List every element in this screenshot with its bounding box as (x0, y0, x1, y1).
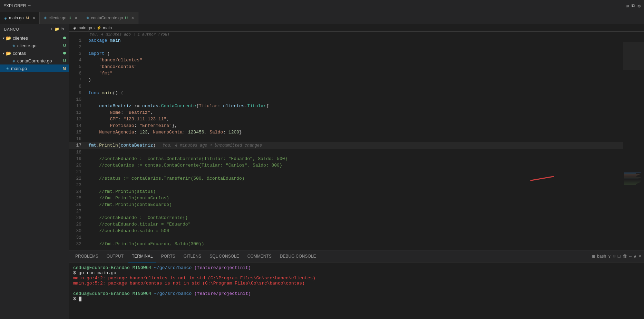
tab-close-contacorrente-go[interactable]: × (131, 15, 134, 21)
tab-label-main-go: main.go (9, 16, 24, 20)
minimap-viewport[interactable] (623, 42, 644, 70)
minimap (623, 32, 644, 250)
breadcrumb-file: ◈ main.go (73, 26, 92, 30)
main-area: BANCO + 📁 ↻ ▾ 📂 clientes ◈ cliente.go U … (0, 24, 644, 319)
code-line-32: 32 //fmt.Println(contaEduardo, Saldo(300… (69, 241, 623, 247)
sidebar-title: BANCO (4, 27, 19, 31)
panel-tab-output[interactable]: OUTPUT (103, 250, 127, 262)
terminal-collapse-icon[interactable]: ∧ (634, 253, 636, 259)
status-dot-contas (63, 52, 66, 54)
panel-tab-label-terminal: TERMINAL (132, 254, 153, 259)
panel-tab-sql-console[interactable]: SQL CONSOLE (206, 250, 243, 262)
terminal-content[interactable]: cedua@Eduardo-Brandao MINGW64 ~/go/src/b… (69, 262, 644, 319)
panel-tab-problems[interactable]: PROBLEMS (72, 250, 102, 262)
code-line-5: 5 "banco/contas" (69, 63, 623, 70)
tab-close-main-go[interactable]: × (32, 15, 35, 21)
sidebar-icons: + 📁 ↻ (51, 27, 65, 31)
terminal-user-2: cedua@Eduardo-Brandao (73, 291, 130, 296)
code-line-18: 18 (69, 149, 623, 156)
terminal-shell-label: bash (597, 254, 606, 259)
code-line-9: 9 func main() { (69, 90, 623, 96)
terminal-err-1: main.go:4:2: package banco/clientes is n… (73, 276, 640, 281)
code-line-7: 7 ) (69, 77, 623, 83)
code-line-16: 16 (69, 136, 623, 142)
settings-icon[interactable]: ⚙ (638, 3, 641, 9)
panel-tab-ports[interactable]: PORTS (158, 250, 179, 262)
terminal-close-icon[interactable]: × (638, 254, 641, 259)
sidebar-item-contas[interactable]: ▾ 📂 contas (0, 49, 69, 57)
panel-tab-label-comments: COMMENTS (247, 254, 272, 259)
code-editor[interactable]: You, 4 minutes ago | 1 author (You) 1 pa… (69, 32, 623, 250)
terminal-trash-icon[interactable]: 🗑 (623, 254, 627, 259)
split-icon[interactable]: ⧉ (632, 3, 635, 9)
terminal-panel: PROBLEMS OUTPUT TERMINAL PORTS GITLENS S… (69, 250, 644, 319)
terminal-path-1: ~/go/src/banco (154, 265, 192, 270)
editor-area: ◈ main.go › ⚡ main You, 4 minutes ago | … (69, 24, 644, 319)
code-line-29: 29 //contaEduardo.titular = "Eduardo" (69, 221, 623, 228)
terminal-chevron-icon[interactable]: ∨ (608, 253, 611, 259)
tab-badge-main-go: M (26, 16, 29, 20)
code-line-11: 11 contaBeatriz := contas.ContaCorrente{… (69, 103, 623, 109)
tab-contacorrente-go[interactable]: ◈ contaCorrente.go U × (82, 12, 139, 24)
tab-cliente-go[interactable]: ◈ cliente.go U × (40, 12, 82, 24)
terminal-split-icon[interactable]: ⊟ (613, 253, 616, 259)
code-line-10: 10 (69, 96, 623, 103)
layout-icon[interactable]: ⊞ (626, 3, 628, 9)
status-dot-clientes (63, 37, 66, 39)
file-icon-contacorrente-go: ◈ (12, 59, 15, 63)
status-cliente-go: U (63, 43, 66, 48)
more-icon[interactable]: ⋯ (28, 3, 31, 9)
title-bar-icons: ⊞ ⧉ ⚙ (626, 3, 641, 9)
sidebar-item-contacorrente-go[interactable]: ◈ contaCorrente.go U (0, 57, 69, 64)
terminal-new-icon[interactable]: ⊞ (592, 253, 595, 259)
folder-icon-contas: 📂 (6, 51, 11, 56)
file-label-main-go: main.go (11, 66, 27, 71)
code-line-21: 21 (69, 169, 623, 175)
title-bar: EXPLORER ⋯ ⊞ ⧉ ⚙ (0, 0, 644, 12)
tab-label-cliente-go: cliente.go (49, 16, 66, 20)
new-file-icon[interactable]: + (51, 27, 53, 31)
go-file-icon-3: ◈ (86, 16, 89, 20)
code-line-13: 13 CPF: "123.111.123.11", (69, 116, 623, 122)
sidebar-item-cliente-go[interactable]: ◈ cliente.go U (0, 42, 69, 49)
breadcrumb-symbol-icon: ⚡ (96, 26, 101, 30)
minimap-code-preview (623, 171, 644, 250)
file-icon-main-go: ◈ (6, 66, 9, 71)
panel-tab-comments[interactable]: COMMENTS (244, 250, 275, 262)
tabs-bar: ◈ main.go M × ◈ cliente.go U × ◈ contaCo… (0, 12, 644, 24)
code-line-14: 14 Profissao: "Enfermeira"}, (69, 122, 623, 129)
sidebar-item-main-go[interactable]: ◈ main.go M (0, 64, 69, 72)
code-line-23: 23 (69, 182, 623, 188)
panel-tab-gitlens[interactable]: GITLENS (180, 250, 205, 262)
terminal-line-2: cedua@Eduardo-Brandao MINGW64 ~/go/src/b… (73, 291, 640, 296)
sidebar-header: BANCO + 📁 ↻ (0, 24, 69, 34)
panel-tab-icons: ⊞ bash ∨ ⊟ □ 🗑 ⋯ ∧ × (592, 253, 641, 259)
panel-tab-debug-console[interactable]: DEBUG CONSOLE (276, 250, 320, 262)
refresh-icon[interactable]: ↻ (61, 27, 65, 31)
sidebar-item-clientes[interactable]: ▾ 📂 clientes (0, 34, 69, 42)
git-blame: You, 4 minutes ago | 1 author (You) (69, 32, 623, 37)
panel-tab-terminal[interactable]: TERMINAL (128, 250, 156, 262)
terminal-line-1: cedua@Eduardo-Brandao MINGW64 ~/go/src/b… (73, 265, 640, 270)
code-line-30: 30 //contaEduardo.saldo = 500 (69, 228, 623, 234)
tab-main-go[interactable]: ◈ main.go M × (0, 12, 40, 24)
terminal-cmd-1: $ go run main.go (73, 270, 640, 276)
code-line-2: 2 (69, 44, 623, 50)
title-bar-left: EXPLORER ⋯ (3, 3, 31, 9)
code-line-17: 17 fmt.Println(contaBeatriz)You, 4 minut… (69, 142, 623, 149)
breadcrumb-symbol: main (103, 26, 112, 30)
panel-tab-label-sql-console: SQL CONSOLE (209, 254, 239, 259)
terminal-maximize-icon[interactable]: □ (618, 254, 621, 259)
arrow-clientes: ▾ (3, 36, 4, 40)
code-line-22: 22 //status := contaCarlos.Transferir(50… (69, 175, 623, 182)
terminal-branch-1: (feature/projectInit) (194, 265, 251, 270)
panel-tab-label-problems: PROBLEMS (75, 254, 98, 259)
arrow-contas: ▾ (3, 51, 4, 55)
tab-close-cliente-go[interactable]: × (75, 15, 77, 21)
new-folder-icon[interactable]: 📁 (55, 27, 60, 31)
terminal-more-icon[interactable]: ⋯ (629, 253, 632, 259)
terminal-cursor (79, 297, 81, 301)
tab-badge-cliente-go: U (68, 16, 71, 20)
code-line-28: 28 //contaEduardo := ContaCorrente{} (69, 215, 623, 221)
code-line-1: 1 package main (69, 37, 623, 44)
